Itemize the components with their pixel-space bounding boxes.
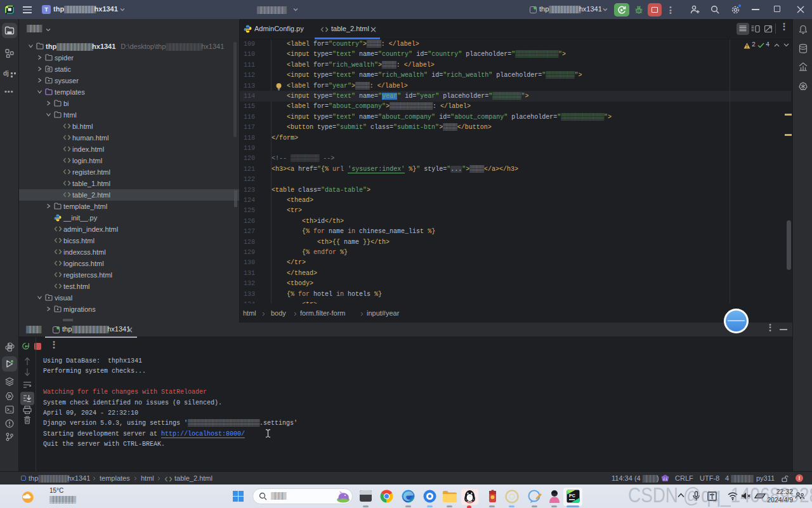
svg-text:PC: PC	[569, 493, 575, 498]
